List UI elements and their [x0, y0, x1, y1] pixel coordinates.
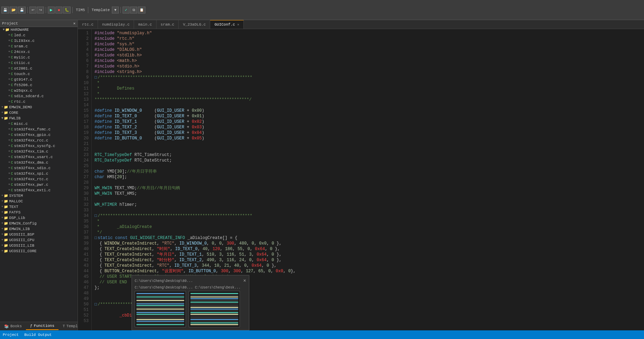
stop-button[interactable]: ■: [55, 7, 62, 13]
toolbar-btn-3[interactable]: 💾: [18, 7, 26, 13]
tree-item-rtc[interactable]: +Crtc.c: [0, 99, 78, 104]
preview-line: [136, 312, 184, 313]
tab-books[interactable]: 📚 Books: [0, 323, 26, 330]
tree-item-text[interactable]: +📁TEXT: [0, 204, 78, 210]
tree-item-gpio[interactable]: +Cstm32f4xx_gpio.c: [0, 132, 78, 138]
separator-1: [27, 7, 28, 13]
line-17: #define ID_TEXT_1 (GUI_ID_USER + 0x02): [95, 119, 641, 125]
tree-container[interactable]: ▼ 📁 HARDWARE +Cled.c +CILI93xx.c +Csram.…: [0, 27, 78, 322]
tab-templates[interactable]: T Templates: [59, 323, 78, 330]
tree-item-sram[interactable]: +Csram.c: [0, 44, 78, 49]
tree-item-tim[interactable]: +Cstm32f4xx_tim.c: [0, 149, 78, 154]
preview-line: [136, 314, 184, 315]
tab-close-icon[interactable]: ✕: [237, 22, 239, 27]
file-icon-sdio: C: [11, 94, 13, 98]
tree-item-fatfs[interactable]: +📁FATFS: [0, 210, 78, 215]
preview-line: [136, 315, 184, 317]
taskbar-close-btn[interactable]: ×: [243, 278, 246, 284]
toolbar-btn-2[interactable]: 📂: [10, 7, 17, 13]
tree-item-ucosiii-bsp[interactable]: +📁UCOSIII_BSP: [0, 232, 78, 237]
copy-btn[interactable]: ⧉: [130, 7, 137, 13]
taskbar-preview-1[interactable]: [135, 291, 186, 327]
tree-item-24cxx[interactable]: +C24cxx.c: [0, 49, 78, 55]
tree-item-ft5206[interactable]: +Cft5206.c: [0, 82, 78, 88]
tree-item-myiic[interactable]: +Cmyiic.c: [0, 55, 78, 60]
tree-item-core[interactable]: +📁CORE: [0, 110, 78, 116]
status-project: Project: [3, 333, 19, 337]
file-icon-ctiic: C: [11, 61, 13, 65]
taskbar-preview-2[interactable]: [189, 291, 240, 327]
tree-item-ucosiii-cpu[interactable]: +📁UCOSIII_CPU: [0, 237, 78, 243]
tree-item-emwin-demo[interactable]: +📁EMWIN_DEMO: [0, 104, 78, 110]
line-26: char YMD[30];//年月日字符串: [95, 169, 641, 174]
tree-item-ctiic[interactable]: +Cctiic.c: [0, 60, 78, 66]
tree-item-exti[interactable]: +Cstm32f4xx_exti.c: [0, 187, 78, 193]
tree-item-dsp[interactable]: +📁DSP_Lib: [0, 215, 78, 221]
build-button[interactable]: ▶: [48, 7, 55, 13]
line-23: RTC_TimeTypeDef RTC_TimeStruct;: [95, 152, 641, 158]
check-btn[interactable]: ✓: [123, 7, 129, 13]
preview-line: [190, 305, 238, 306]
tab-main[interactable]: main.c: [134, 20, 156, 29]
tree-item-ili93[interactable]: +CILI93xx.c: [0, 38, 78, 44]
tree-item-pwr[interactable]: +Cstm32f4xx_pwr.c: [0, 182, 78, 187]
tree-item-usart[interactable]: +Cstm32f4xx_usart.c: [0, 154, 78, 160]
tree-item-led[interactable]: +Cled.c: [0, 33, 78, 38]
panel-title: Project: [2, 21, 18, 26]
line-12: *: [95, 91, 641, 97]
line-36: * _aDialogCreate: [95, 224, 641, 230]
tree-item-w25qxx[interactable]: +Cw25qxx.c: [0, 88, 78, 93]
tree-item-dma[interactable]: +Cstm32f4xx_dma.c: [0, 160, 78, 165]
tab-v23adlg-label: V_23aDLG.c: [183, 22, 206, 27]
tree-item-system[interactable]: +📁SYSTEM: [0, 193, 78, 199]
line-9: □/**************************************…: [95, 75, 641, 80]
preview-line: [190, 307, 238, 308]
tree-item-touch[interactable]: +Ctouch.c: [0, 71, 78, 77]
expand-hardware[interactable]: ▼: [3, 28, 5, 31]
template-dropdown[interactable]: ▼: [112, 7, 119, 13]
line-25: [95, 163, 641, 169]
preview-line: [190, 324, 238, 325]
tree-item-ucosiii-core[interactable]: +📁UCOSIII_CORE: [0, 248, 78, 254]
tree-item-sdio2[interactable]: +Cstm32f4xx_sdio.c: [0, 165, 78, 171]
tree-item-ucosiii-lib[interactable]: +📁UCOSIII_LIB: [0, 243, 78, 248]
preview-line: [190, 321, 238, 322]
folder-icon-emwin: 📁: [4, 105, 8, 109]
tree-item-emwin-config[interactable]: +📁EMWIN_Config: [0, 221, 78, 226]
tree-item-gt9147[interactable]: +Cgt9147.c: [0, 77, 78, 82]
tree-item-spi[interactable]: +Cstm32f4xx_spi.c: [0, 171, 78, 176]
label-ctiic: ctiic.c: [14, 61, 30, 65]
tab-v23adlg[interactable]: V_23aDLG.c: [179, 20, 210, 29]
line-40: { TEXT_CreateIndirect, "时间", ID_TEXT_0, …: [95, 246, 641, 252]
tree-item-rtc2[interactable]: +Cstm32f4xx_rtc.c: [0, 176, 78, 182]
close-icon[interactable]: ✕: [73, 21, 75, 26]
line-38: □static const GUI_WIDGET_CREATE_INFO _aD…: [95, 235, 641, 241]
tree-item-ot2001[interactable]: +Cot2001.c: [0, 66, 78, 71]
undo-button[interactable]: ↩: [29, 7, 36, 13]
line-15: #define ID_WINDOW_0 (GUI_ID_USER + 0x00): [95, 108, 641, 113]
line-1: #include "numdisplay.h": [95, 30, 641, 36]
preview-line: [190, 302, 238, 303]
tree-item-misc[interactable]: +Cmisc.c: [0, 121, 78, 127]
toolbar-btn-1[interactable]: 💾: [1, 7, 9, 13]
paste-btn[interactable]: 📋: [138, 7, 145, 13]
tree-item-syscfg[interactable]: +Cstm32f4xx_syscfg.c: [0, 143, 78, 149]
tab-sram[interactable]: sram.c: [156, 20, 179, 29]
tree-item-fwlib[interactable]: ▼📁FWLIB: [0, 116, 78, 121]
tab-rtc[interactable]: rtc.c: [78, 20, 98, 29]
redo-button[interactable]: ↪: [37, 7, 44, 13]
file-icon-led: C: [11, 34, 13, 37]
debug-button[interactable]: 🐛: [63, 7, 71, 13]
tab-functions[interactable]: ƒ Functions: [26, 322, 59, 330]
file-icon-24cxx: C: [11, 50, 13, 54]
tree-item-malloc[interactable]: +📁MALLOC: [0, 199, 78, 204]
preview-code-1: [135, 291, 186, 327]
tree-item-sdio[interactable]: +Csdio_sdcard.c: [0, 93, 78, 99]
tree-item-rcc[interactable]: +Cstm32f4xx_rcc.c: [0, 138, 78, 143]
tab-guiconf[interactable]: GUIConf.c ✕: [210, 20, 243, 29]
tree-item-hardware[interactable]: ▼ 📁 HARDWARE: [0, 27, 78, 33]
tab-numdisplay[interactable]: numdisplay.c: [98, 20, 134, 29]
tree-item-emwin-lib[interactable]: +📁EMWIN_LIB: [0, 226, 78, 232]
label-usart: stm32f4xx_usart.c: [14, 155, 53, 159]
tree-item-fsmc[interactable]: +Cstm32f4xx_fsmc.c: [0, 127, 78, 132]
